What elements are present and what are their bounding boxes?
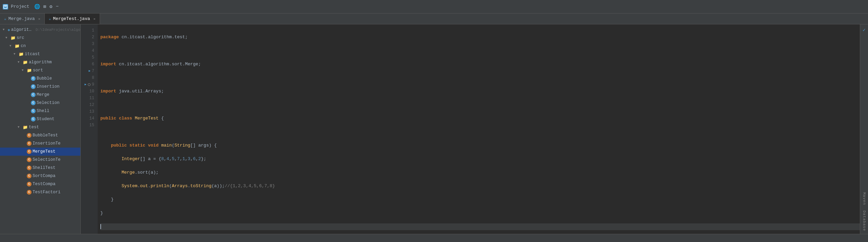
insertion-file-icon: C: [31, 84, 36, 89]
ln-4: 4: [81, 47, 98, 54]
sidebar-item-merge[interactable]: ▷ C Merge: [0, 91, 80, 99]
sidebar-item-itcast[interactable]: ▼ 📁 itcast: [0, 50, 80, 58]
top-bar: Project 🌐 ⊞ ⚙ −: [0, 0, 868, 14]
sidebar-item-mergetest[interactable]: ▷ C MergeTest: [0, 148, 80, 156]
shelltest-icon: C: [27, 166, 32, 170]
project-icon: [3, 4, 8, 9]
ln-12: 12: [81, 102, 98, 108]
merge-file-icon-tree: C: [31, 92, 36, 97]
run-icon-9[interactable]: ▶: [84, 81, 86, 88]
sortcompa-icon: C: [27, 174, 32, 178]
db-panel-label[interactable]: Database: [862, 208, 867, 234]
ln-2: 2: [81, 34, 98, 41]
tab-mergetest-label: MergeTest.java: [53, 16, 90, 21]
sidebar-item-insertion[interactable]: ▷ C Insertion: [0, 83, 80, 91]
testfactori-label: TestFactori: [33, 190, 61, 195]
folder-src-icon: 📁: [11, 36, 16, 41]
sidebar-item-algorithm[interactable]: ▼ ◈ algorithm D:\IdeaProjects\algo: [0, 26, 80, 34]
sidebar-item-testcompa[interactable]: ▷ C TestCompa: [0, 180, 80, 188]
folder-sort-icon: 📁: [27, 68, 32, 73]
run-icon-7[interactable]: ▶: [88, 68, 90, 74]
ln-5: 5: [81, 54, 98, 61]
insertiontest-label: InsertionTe: [33, 141, 61, 146]
code-editor[interactable]: 1 2 3 4 5 6 ▶ 7 8 ▶ 9 10 11 12 13: [81, 24, 860, 234]
merge-file-icon: ☕: [4, 17, 6, 21]
layout-icon[interactable]: ⊞: [43, 3, 47, 10]
tabs-bar: ☕ Merge.java ✕ ☕ MergeTest.java ✕: [0, 14, 868, 24]
tab-mergetest-close[interactable]: ✕: [94, 17, 96, 21]
ln-1: 1: [81, 27, 98, 34]
sidebar-item-sortcompa[interactable]: ▷ C SortCompa: [0, 172, 80, 180]
ln-9: ▶ 9: [81, 81, 98, 88]
sidebar-item-src[interactable]: ▼ 📁 src: [0, 34, 80, 42]
folder-test-icon: 📁: [23, 125, 28, 130]
right-panel-labels: Maven Database: [860, 190, 868, 234]
code-content[interactable]: package cn.itcast.algorithm.test; import…: [98, 24, 860, 234]
sidebar-item-bubbletest[interactable]: ▷ C BubbleTest: [0, 131, 80, 139]
bubbletest-label: BubbleTest: [33, 133, 58, 138]
gear-icon[interactable]: ⚙: [49, 3, 53, 10]
svg-rect-1: [4, 6, 6, 6]
ln-10: 10: [81, 88, 98, 95]
sidebar-item-selection[interactable]: ▷ C Selection: [0, 99, 80, 107]
testcompa-label: TestCompa: [33, 182, 56, 186]
sidebar-item-selectiontest[interactable]: ▷ C SelectionTe: [0, 156, 80, 164]
tab-merge-close[interactable]: ✕: [38, 17, 40, 21]
algorithm-label: algorithm: [11, 27, 33, 32]
sidebar-item-algorithm-folder[interactable]: ▼ 📁 algorithm: [0, 58, 80, 66]
arrow-algorithm: ▼: [3, 28, 7, 31]
project-label[interactable]: Project: [11, 4, 29, 9]
selection-label: Selection: [37, 101, 60, 105]
sidebar-item-student[interactable]: ▷ C Student: [0, 115, 80, 123]
sidebar-item-sort[interactable]: ▼ 📁 sort: [0, 66, 80, 74]
sidebar-item-bubble[interactable]: ▷ C Bubble: [0, 74, 80, 83]
ln-14: 14: [81, 115, 98, 122]
sidebar-item-test[interactable]: ▼ 📁 test: [0, 123, 80, 131]
sort-label: sort: [33, 68, 43, 73]
topbar-icons: 🌐 ⊞ ⚙ −: [34, 3, 59, 10]
tab-mergetest[interactable]: ☕ MergeTest.java ✕: [45, 14, 100, 24]
sidebar-item-shell[interactable]: ▷ C Shell: [0, 107, 80, 115]
code-line-7: public class MergeTest {: [100, 115, 860, 122]
ln-3: 3: [81, 41, 98, 47]
sidebar-item-shelltest[interactable]: ▷ C ShellTest: [0, 164, 80, 172]
code-line-13: }: [100, 196, 860, 203]
sidebar-item-testfactori[interactable]: ▷ C TestFactori: [0, 188, 80, 196]
checkmark-icon[interactable]: ✓: [863, 27, 865, 33]
selectiontest-icon: C: [27, 157, 32, 162]
insertion-label: Insertion: [37, 84, 60, 89]
arrow-test: ▼: [18, 126, 22, 129]
tab-merge[interactable]: ☕ Merge.java ✕: [0, 14, 45, 24]
algorithm-path: D:\IdeaProjects\algo: [36, 28, 80, 32]
selectiontest-label: SelectionTe: [33, 157, 61, 162]
sidebar-tree: ▼ ◈ algorithm D:\IdeaProjects\algo ▼ 📁 s…: [0, 24, 80, 198]
code-line-14: }: [100, 210, 860, 217]
arrow-sort: ▼: [22, 69, 26, 72]
svg-rect-0: [4, 5, 7, 8]
sidebar-item-insertiontest[interactable]: ▷ C InsertionTe: [0, 139, 80, 148]
code-line-8: [100, 129, 860, 135]
code-line-3: import cn.itcast.algorithm.sort.Merge;: [100, 61, 860, 68]
sidebar: ▼ ◈ algorithm D:\IdeaProjects\algo ▼ 📁 s…: [0, 24, 81, 234]
mergetest-icon: C: [27, 149, 32, 154]
maven-panel-label[interactable]: Maven: [862, 190, 867, 208]
selection-file-icon: C: [31, 101, 36, 105]
ln-15: 15: [81, 122, 98, 129]
bubble-file-icon: C: [31, 76, 36, 81]
breakpoint-9: [88, 83, 91, 86]
sidebar-item-cn[interactable]: ▼ 📁 cn: [0, 42, 80, 50]
code-line-12: System.out.println(Arrays.toString(a));/…: [100, 183, 860, 190]
ln-13: 13: [81, 108, 98, 115]
code-line-10: Integer[] a = {8,4,5,7,1,3,6,2};: [100, 156, 860, 162]
bubbletest-icon: C: [27, 133, 32, 138]
minus-icon[interactable]: −: [55, 3, 59, 10]
line-numbers: 1 2 3 4 5 6 ▶ 7 8 ▶ 9 10 11 12 13: [81, 24, 98, 234]
code-line-2: [100, 47, 860, 54]
testcompa-icon: C: [27, 182, 32, 186]
ln-11: 11: [81, 95, 98, 102]
tab-merge-label: Merge.java: [8, 16, 35, 21]
globe-icon[interactable]: 🌐: [34, 3, 41, 10]
bubble-label: Bubble: [37, 76, 52, 81]
arrow-cn: ▼: [9, 44, 14, 48]
right-side-panel: ✓ Maven Database: [860, 24, 868, 234]
